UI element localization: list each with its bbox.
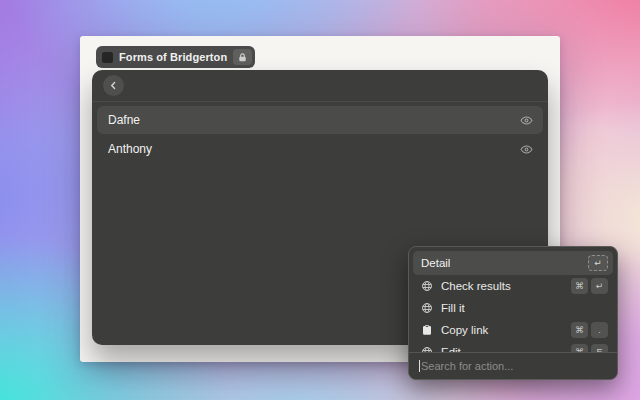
list-item-label: Dafne: [108, 113, 140, 127]
action-search-input[interactable]: Search for action...: [409, 352, 617, 379]
list-item-anthony[interactable]: Anthony: [97, 135, 543, 163]
action-item-check-results[interactable]: Check results ⌘ ↵: [413, 275, 613, 297]
return-key-icon: ↵: [588, 255, 608, 271]
action-label: Fill it: [441, 302, 608, 314]
form-tab-title: Forms of Bridgerton: [119, 51, 227, 63]
action-label: Copy link: [441, 324, 563, 336]
action-label: Check results: [441, 280, 563, 292]
form-tab[interactable]: Forms of Bridgerton: [96, 46, 255, 68]
return-key: ↵: [591, 278, 608, 294]
action-item-detail[interactable]: Detail ↵: [413, 251, 613, 275]
panel-header: [92, 70, 548, 102]
eye-icon[interactable]: [520, 114, 533, 127]
app-window: Forms of Bridgerton Dafne: [80, 36, 560, 362]
search-placeholder: Search for action...: [421, 360, 513, 372]
action-item-fill-it[interactable]: Fill it: [413, 297, 613, 319]
cmd-key: ⌘: [571, 344, 588, 352]
respondent-list: Dafne Anthony: [92, 102, 548, 167]
form-favicon: [102, 52, 113, 63]
e-key: E: [591, 344, 608, 352]
cmd-key: ⌘: [571, 278, 588, 294]
action-item-edit[interactable]: Edit ⌘ E: [413, 341, 613, 352]
cmd-key: ⌘: [571, 322, 588, 338]
list-item-dafne[interactable]: Dafne: [97, 106, 543, 134]
lock-icon[interactable]: [233, 49, 252, 65]
action-list: Detail ↵ Check results ⌘ ↵: [409, 247, 617, 352]
text-caret: [419, 360, 420, 372]
action-palette: Detail ↵ Check results ⌘ ↵: [408, 246, 618, 380]
globe-icon: [421, 280, 433, 292]
action-item-copy-link[interactable]: Copy link ⌘ .: [413, 319, 613, 341]
globe-icon: [421, 302, 433, 314]
eye-icon[interactable]: [520, 143, 533, 156]
period-key: .: [591, 322, 608, 338]
chevron-left-icon: [108, 80, 119, 91]
list-item-label: Anthony: [108, 142, 152, 156]
clipboard-icon: [421, 324, 433, 336]
back-button[interactable]: [103, 75, 124, 96]
action-label: Detail: [421, 257, 580, 269]
